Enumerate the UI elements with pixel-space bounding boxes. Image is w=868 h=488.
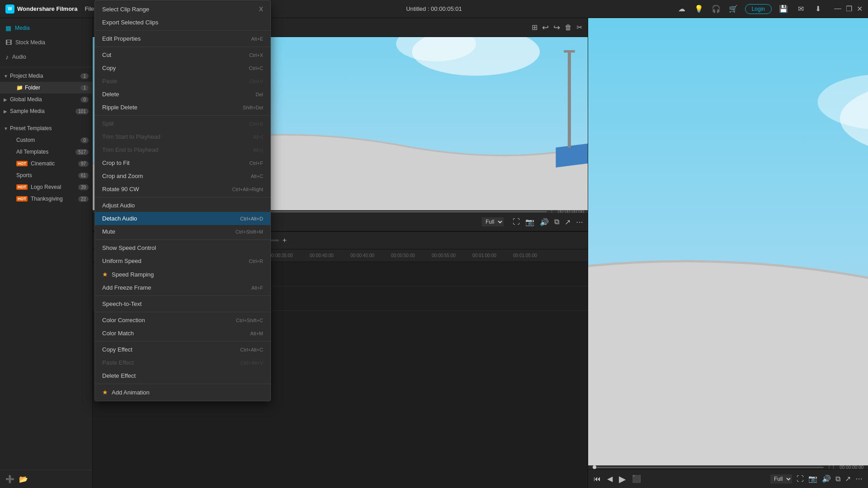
ctx-trim-end[interactable]: Trim End to Playhead Alt+] [95, 143, 270, 156]
ctx-crop-zoom[interactable]: Crop and Zoom Alt+C [95, 169, 270, 183]
ctx-divider-9 [95, 384, 270, 384]
ctx-paste[interactable]: Paste Ctrl+V [95, 75, 270, 88]
ctx-export-selected[interactable]: Export Selected Clips [95, 16, 270, 29]
ctx-crop-fit[interactable]: Crop to Fit Ctrl+F [95, 156, 270, 169]
ctx-paste-effect[interactable]: Paste Effect Ctrl+Alt+V [95, 356, 270, 369]
ctx-divider-7 [95, 312, 270, 312]
ctx-mute[interactable]: Mute Ctrl+Shift+M [95, 225, 270, 238]
context-menu-close[interactable]: X [259, 5, 263, 13]
ctx-show-speed[interactable]: Show Speed Control [95, 241, 270, 254]
ctx-delete-effect[interactable]: Delete Effect [95, 369, 270, 382]
ctx-speed-ramping[interactable]: ★ Speed Ramping [95, 267, 270, 281]
ctx-divider-2 [95, 47, 270, 47]
ctx-divider-5 [95, 239, 270, 240]
ctx-trim-start[interactable]: Trim Start to Playhead Alt+[ [95, 130, 270, 143]
ctx-speech-to-text[interactable]: Speech-to-Text [95, 297, 270, 310]
ctx-copy[interactable]: Copy Ctrl+C [95, 61, 270, 75]
ctx-uniform-speed[interactable]: Uniform Speed Ctrl+R [95, 254, 270, 267]
ctx-divider-4 [95, 197, 270, 197]
ctx-divider-3 [95, 115, 270, 116]
ctx-edit-properties[interactable]: Edit Properties Alt+E [95, 32, 270, 45]
ctx-color-match[interactable]: Color Match Alt+M [95, 327, 270, 340]
premium-star-animation-icon: ★ [102, 389, 108, 396]
ctx-freeze-frame[interactable]: Add Freeze Frame Alt+F [95, 281, 270, 294]
ctx-copy-effect[interactable]: Copy Effect Ctrl+Alt+C [95, 343, 270, 356]
ctx-divider-1 [95, 30, 270, 31]
ctx-adjust-audio[interactable]: Adjust Audio [95, 199, 270, 212]
ctx-select-clip-range: Select Clip Range X [95, 2, 270, 16]
ctx-cut[interactable]: Cut Ctrl+X [95, 48, 270, 61]
ctx-rotate-90[interactable]: Rotate 90 CW Ctrl+Alt+Right [95, 183, 270, 196]
ctx-color-correction[interactable]: Color Correction Ctrl+Shift+C [95, 314, 270, 327]
ctx-delete[interactable]: Delete Del [95, 88, 270, 101]
ctx-divider-6 [95, 296, 270, 296]
ctx-ripple-delete[interactable]: Ripple Delete Shift+Del [95, 101, 270, 114]
context-menu: Select Clip Range X Export Selected Clip… [94, 0, 271, 401]
ctx-divider-8 [95, 341, 270, 342]
ctx-detach-audio[interactable]: Detach Audio Ctrl+Alt+D [95, 212, 270, 225]
premium-star-icon: ★ [102, 271, 108, 278]
ctx-split[interactable]: Split Ctrl+B [95, 117, 270, 130]
ctx-add-animation[interactable]: ★ Add Animation [95, 385, 270, 399]
